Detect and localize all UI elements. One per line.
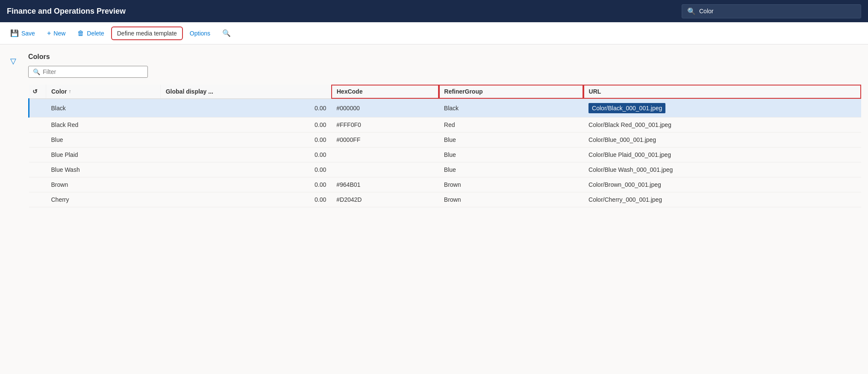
td-url: Color/Brown_000_001.jpeg	[583, 177, 861, 192]
toolbar-search-button[interactable]: 🔍	[217, 27, 236, 40]
td-refiner-group: Red	[439, 118, 583, 133]
td-global-display: 0.00	[160, 192, 331, 207]
td-hexcode	[331, 162, 439, 177]
toolbar-search-icon: 🔍	[222, 29, 231, 37]
url-cell: Color/Brown_000_001.jpeg	[588, 181, 661, 188]
filter-search-icon: 🔍	[33, 68, 40, 75]
td-url: Color/Blue_000_001.jpeg	[583, 133, 861, 147]
filter-funnel-icon[interactable]: ▽	[5, 52, 21, 65]
td-url: Color/Cherry_000_001.jpeg	[583, 192, 861, 207]
app-title: Finance and Operations Preview	[7, 7, 126, 16]
global-search-box[interactable]: 🔍	[682, 4, 861, 18]
td-row-indicator	[29, 177, 46, 192]
colors-table: ↺ Color ↑ Global display ...	[28, 85, 861, 207]
options-button[interactable]: Options	[185, 27, 215, 39]
th-refiner-group[interactable]: RefinerGroup	[439, 85, 583, 99]
table-row[interactable]: Black Red 0.00 #FFF0F0 Red Color/Black R…	[29, 118, 861, 133]
td-refiner-group: Blue	[439, 162, 583, 177]
td-refiner-group: Black	[439, 99, 583, 118]
main-content-area: ▽ Colors 🔍 ↺	[0, 44, 868, 374]
table-row[interactable]: Blue Wash 0.00 Blue Color/Blue Wash_000_…	[29, 162, 861, 177]
td-global-display: 0.00	[160, 99, 331, 118]
th-color[interactable]: Color ↑	[46, 85, 161, 99]
colors-table-container: ↺ Color ↑ Global display ...	[28, 85, 861, 207]
td-hexcode: #000000	[331, 99, 439, 118]
url-cell: Color/Blue Wash_000_001.jpeg	[588, 166, 673, 173]
td-global-display: 0.00	[160, 147, 331, 162]
save-button[interactable]: 💾 Save	[5, 27, 40, 40]
table-row[interactable]: Black 0.00 #000000 Black Color/Black_000…	[29, 99, 861, 118]
td-refiner-group: Brown	[439, 177, 583, 192]
delete-icon: 🗑	[77, 29, 84, 37]
td-color: Blue Wash	[46, 162, 161, 177]
filter-input-container[interactable]: 🔍	[28, 66, 148, 78]
section-title: Colors	[28, 53, 50, 61]
td-row-indicator	[29, 147, 46, 162]
td-global-display: 0.00	[160, 162, 331, 177]
define-media-template-button[interactable]: Define media template	[111, 27, 183, 40]
refresh-icon[interactable]: ↺	[32, 88, 38, 95]
table-row[interactable]: Blue 0.00 #0000FF Blue Color/Blue_000_00…	[29, 133, 861, 147]
td-url: Color/Blue Plaid_000_001.jpeg	[583, 147, 861, 162]
table-row[interactable]: Blue Plaid 0.00 Blue Color/Blue Plaid_00…	[29, 147, 861, 162]
td-color: Blue Plaid	[46, 147, 161, 162]
td-hexcode: #0000FF	[331, 133, 439, 147]
filter-input[interactable]	[43, 68, 143, 75]
td-url: Color/Black Red_000_001.jpeg	[583, 118, 861, 133]
url-cell-selected: Color/Black_000_001.jpeg	[588, 103, 665, 113]
td-row-indicator	[29, 118, 46, 133]
td-color: Black	[46, 99, 161, 118]
search-icon: 🔍	[687, 7, 696, 15]
delete-button[interactable]: 🗑 Delete	[72, 27, 109, 40]
td-global-display: 0.00	[160, 177, 331, 192]
td-row-indicator	[29, 192, 46, 207]
new-button[interactable]: + New	[42, 27, 71, 40]
td-global-display: 0.00	[160, 133, 331, 147]
td-url: Color/Black_000_001.jpeg	[583, 99, 861, 118]
td-color: Cherry	[46, 192, 161, 207]
td-color: Brown	[46, 177, 161, 192]
url-cell: Color/Black Red_000_001.jpeg	[588, 121, 671, 128]
td-hexcode: #D2042D	[331, 192, 439, 207]
table-row[interactable]: Cherry 0.00 #D2042D Brown Color/Cherry_0…	[29, 192, 861, 207]
td-refiner-group: Brown	[439, 192, 583, 207]
url-cell: Color/Cherry_000_001.jpeg	[588, 196, 662, 203]
td-row-indicator	[29, 133, 46, 147]
td-global-display: 0.00	[160, 118, 331, 133]
sort-asc-icon: ↑	[69, 88, 71, 94]
th-global-display[interactable]: Global display ...	[160, 85, 331, 99]
td-hexcode: #FFF0F0	[331, 118, 439, 133]
table-body: Black 0.00 #000000 Black Color/Black_000…	[29, 99, 861, 207]
td-refiner-group: Blue	[439, 133, 583, 147]
td-refiner-group: Blue	[439, 147, 583, 162]
table-row[interactable]: Brown 0.00 #964B01 Brown Color/Brown_000…	[29, 177, 861, 192]
td-hexcode: #964B01	[331, 177, 439, 192]
action-toolbar: 💾 Save + New 🗑 Delete Define media templ…	[0, 22, 868, 44]
td-url: Color/Blue Wash_000_001.jpeg	[583, 162, 861, 177]
save-icon: 💾	[10, 29, 19, 37]
td-row-indicator	[29, 99, 46, 118]
td-hexcode	[331, 147, 439, 162]
td-color: Black Red	[46, 118, 161, 133]
table-header-row: ↺ Color ↑ Global display ...	[29, 85, 861, 99]
new-icon: +	[47, 29, 51, 37]
td-color: Blue	[46, 133, 161, 147]
url-cell: Color/Blue Plaid_000_001.jpeg	[588, 151, 671, 158]
th-url[interactable]: URL	[583, 85, 861, 99]
top-navigation-bar: Finance and Operations Preview 🔍	[0, 0, 868, 22]
th-refresh: ↺	[29, 85, 46, 99]
url-cell: Color/Blue_000_001.jpeg	[588, 136, 656, 143]
td-row-indicator	[29, 162, 46, 177]
th-hexcode[interactable]: HexCode	[331, 85, 439, 99]
global-search-input[interactable]	[699, 8, 856, 15]
